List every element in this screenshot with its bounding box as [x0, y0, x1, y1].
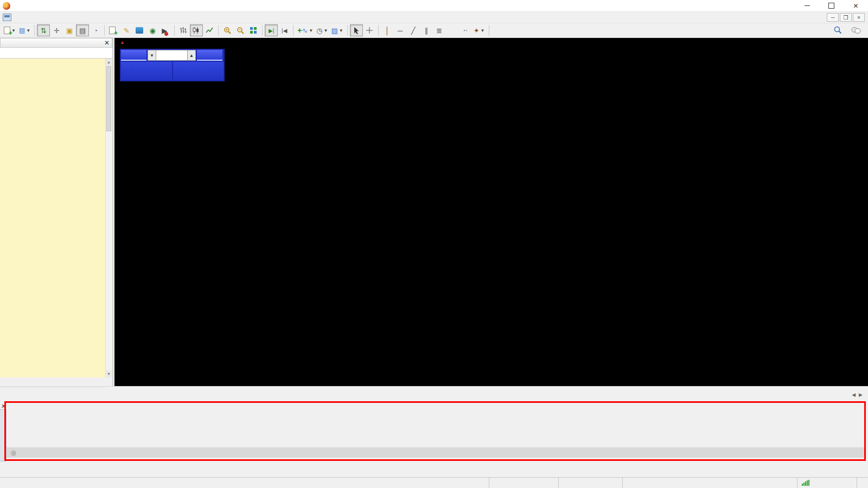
- sell-price-display[interactable]: [121, 62, 172, 80]
- toolbar: +▼ ▤▼ ⇅ ✛ ▣ ▤ ◔ + ✎ ◉ ▶ ▶| |◀ +∿▼ ◷▼: [0, 23, 868, 38]
- bar-chart-button[interactable]: [177, 24, 190, 36]
- auto-scroll-button[interactable]: ▶|: [265, 24, 278, 36]
- market-watch-header[interactable]: ✕: [0, 38, 112, 48]
- market-watch-toggle-button[interactable]: ⇅: [37, 24, 50, 36]
- status-help-text: [0, 478, 489, 488]
- child-close-button[interactable]: ×: [853, 13, 865, 22]
- market-watch-panel: ✕ ▲ ▼: [0, 38, 113, 400]
- scroll-up-icon[interactable]: ▲: [106, 59, 112, 66]
- navigator-button[interactable]: ▣: [63, 24, 76, 36]
- chart-shift-button[interactable]: |◀: [278, 24, 291, 36]
- new-chart-button[interactable]: +▼: [2, 24, 17, 36]
- autotrading-button[interactable]: ▶: [159, 24, 172, 36]
- volume-stepper: ▼ ▲: [148, 50, 196, 61]
- market-watch-scrollbar[interactable]: ▲ ▼: [105, 59, 111, 377]
- account-summary-row: ◎: [7, 447, 865, 458]
- summary-icon: ◎: [11, 449, 16, 457]
- buy-button[interactable]: [197, 50, 222, 61]
- child-restore-button[interactable]: ❐: [840, 13, 852, 22]
- volume-increase-icon[interactable]: ▲: [187, 50, 196, 61]
- chart-area[interactable]: ▲ ▼ ▲: [114, 38, 868, 386]
- market-watch-close-icon[interactable]: ✕: [104, 39, 110, 47]
- terminal-side-strip: [0, 409, 7, 461]
- price-chart[interactable]: [114, 38, 868, 386]
- volume-decrease-icon[interactable]: ▼: [148, 50, 156, 61]
- metaeditor-button[interactable]: ✎: [120, 24, 133, 36]
- vertical-line-button[interactable]: │: [381, 24, 394, 36]
- crosshair-button[interactable]: [363, 24, 376, 36]
- signals-button[interactable]: ◉: [146, 24, 159, 36]
- sell-button[interactable]: [121, 50, 146, 61]
- status-profile[interactable]: [489, 478, 559, 488]
- volume-input[interactable]: [156, 50, 187, 61]
- market-watch-column-headers: [0, 48, 112, 59]
- new-order-button[interactable]: +: [107, 24, 120, 36]
- tab-scroll-left-icon[interactable]: ◀: [852, 392, 856, 397]
- mt4-window: ✕ ─ ❐ × +▼ ▤▼ ⇅ ✛ ▣ ▤ ◔ + ✎ ◉ ▶: [0, 0, 868, 488]
- cursor-button[interactable]: [350, 24, 363, 36]
- oneclick-collapse-icon[interactable]: ▲: [120, 40, 125, 45]
- status-ohlcv: [623, 478, 797, 488]
- arrows-button[interactable]: ✦▼: [472, 24, 487, 36]
- strategy-tester-button[interactable]: ◔: [89, 24, 102, 36]
- horizontal-line-button[interactable]: ─: [394, 24, 407, 36]
- scrollbar-thumb[interactable]: [106, 66, 111, 131]
- trendline-button[interactable]: ╱: [407, 24, 420, 36]
- periods-button[interactable]: ◷▼: [315, 24, 329, 36]
- zoom-out-button[interactable]: [234, 24, 247, 36]
- one-click-trading-panel: ▼ ▲: [120, 49, 225, 81]
- terminal-toggle-button[interactable]: ▤: [76, 24, 89, 36]
- title-bar: ✕: [0, 0, 868, 12]
- text-label-button[interactable]: [459, 24, 472, 36]
- zoom-in-button[interactable]: [221, 24, 234, 36]
- candlestick-button[interactable]: [190, 24, 203, 36]
- minimize-button[interactable]: [795, 0, 819, 12]
- status-bar-time: [559, 478, 623, 488]
- new-order-icon: +: [109, 27, 116, 34]
- fibonacci-button[interactable]: ≣: [433, 24, 446, 36]
- indicators-button[interactable]: +∿▼: [296, 24, 315, 36]
- publish-chart-button[interactable]: [133, 24, 146, 36]
- menu-bar: ─ ❐ ×: [0, 12, 868, 23]
- text-button[interactable]: [446, 24, 459, 36]
- maximize-button[interactable]: [819, 0, 844, 12]
- close-button[interactable]: ✕: [844, 0, 868, 12]
- child-minimize-button[interactable]: ─: [827, 13, 839, 22]
- chart-tab-bar: ◀ ▶: [106, 386, 868, 400]
- tile-windows-button[interactable]: [247, 24, 260, 36]
- scroll-down-icon[interactable]: ▼: [106, 370, 112, 377]
- autotrading-icon: ▶: [162, 27, 167, 35]
- buy-price-display[interactable]: [173, 62, 224, 80]
- connection-bars-icon: [802, 480, 809, 486]
- status-bar: [0, 477, 868, 488]
- templates-button[interactable]: ▨▼: [329, 24, 344, 36]
- community-icon[interactable]: [850, 24, 863, 36]
- market-watch-tabs: [0, 387, 113, 400]
- tab-scroll-right-icon[interactable]: ▶: [859, 392, 863, 397]
- line-chart-button[interactable]: [203, 24, 216, 36]
- equidistant-channel-button[interactable]: ∥: [420, 24, 433, 36]
- terminal-panel: ✕ ◎: [0, 400, 868, 477]
- profiles-button[interactable]: ▤▼: [17, 24, 32, 36]
- data-window-button[interactable]: ✛: [50, 24, 63, 36]
- child-window-icon[interactable]: [3, 14, 11, 21]
- chart-header: ▲: [120, 40, 133, 45]
- app-logo-icon: [3, 2, 10, 10]
- search-icon[interactable]: [831, 24, 844, 36]
- status-network: [797, 478, 857, 488]
